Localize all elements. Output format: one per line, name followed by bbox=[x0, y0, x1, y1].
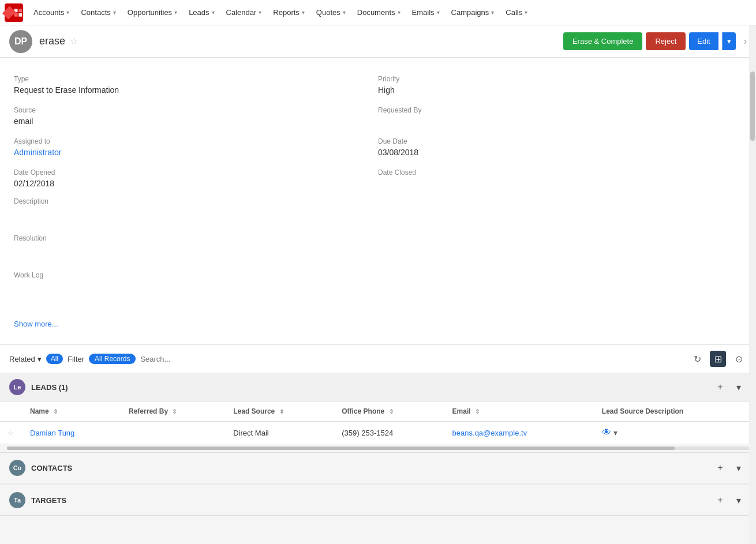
fields-grid: Type Request to Erase Information Priori… bbox=[14, 69, 742, 310]
leads-section-actions: + ▾ bbox=[712, 379, 747, 395]
sort-icon: ⇕ bbox=[53, 408, 58, 415]
nav-item-leads[interactable]: Leads ▾ bbox=[183, 0, 220, 25]
contacts-section-icon: Co bbox=[9, 460, 25, 476]
contacts-dropdown-button[interactable]: ▾ bbox=[731, 460, 747, 476]
row-actions-dropdown[interactable]: ▾ bbox=[613, 428, 617, 437]
table-col-office-phone[interactable]: Office Phone ⇕ bbox=[335, 402, 445, 422]
table-col-lead-source[interactable]: Lead Source ⇕ bbox=[226, 402, 335, 422]
chevron-down-icon: ▾ bbox=[398, 9, 401, 16]
avatar: DP bbox=[9, 30, 32, 53]
nav-item-reports[interactable]: Reports ▾ bbox=[267, 0, 310, 25]
edit-button[interactable]: Edit bbox=[689, 32, 718, 50]
leads-section-title: LEADS (1) bbox=[31, 383, 68, 392]
targets-section-actions: + ▾ bbox=[712, 492, 747, 508]
nav-item-calendar[interactable]: Calendar ▾ bbox=[220, 0, 268, 25]
chevron-down-icon: ▾ bbox=[113, 9, 116, 16]
chevron-down-icon: ▾ bbox=[38, 355, 42, 363]
vertical-scrollbar[interactable] bbox=[749, 25, 756, 516]
nav-item-documents[interactable]: Documents ▾ bbox=[351, 0, 406, 25]
nav-item-contacts[interactable]: Contacts ▾ bbox=[75, 0, 121, 25]
header-actions: Erase & Complete Reject Edit ▾ › bbox=[563, 32, 747, 50]
header-bar: DP erase ☆ Erase & Complete Reject Edit … bbox=[0, 25, 756, 58]
chevron-down-icon: ▾ bbox=[66, 9, 69, 16]
row-email-cell[interactable]: beans.qa@example.tv bbox=[446, 422, 595, 444]
grid-view-icon[interactable]: ⊞ bbox=[710, 351, 726, 367]
top-nav: Accounts ▾ Contacts ▾ Opportunities ▾ Le… bbox=[0, 0, 756, 25]
leads-section-icon: Le bbox=[9, 379, 25, 395]
table-col-email[interactable]: Email ⇕ bbox=[446, 402, 595, 422]
contacts-section: Co CONTACTS + ▾ bbox=[0, 452, 756, 483]
edit-dropdown-button[interactable]: ▾ bbox=[722, 32, 736, 50]
scrollbar-thumb-vertical bbox=[750, 72, 755, 141]
sort-icon: ⇕ bbox=[279, 408, 284, 415]
all-records-badge[interactable]: All Records bbox=[89, 354, 136, 364]
main-content: Type Request to Erase Information Priori… bbox=[0, 58, 756, 344]
related-bar: Related ▾ All Filter All Records ↻ ⊞ ⊙ bbox=[0, 344, 756, 373]
contacts-section-actions: + ▾ bbox=[712, 460, 747, 476]
related-icons: ↻ ⊞ ⊙ bbox=[689, 351, 747, 367]
svg-rect-1 bbox=[18, 9, 22, 12]
nav-item-opportunities[interactable]: Opportunities ▾ bbox=[122, 0, 183, 25]
sort-icon: ⇕ bbox=[172, 408, 177, 415]
chevron-down-icon: ▾ bbox=[259, 9, 261, 16]
table-col-lead-source-desc: Lead Source Description bbox=[595, 402, 756, 422]
chevron-down-icon: ▾ bbox=[343, 9, 346, 16]
nav-item-campaigns[interactable]: Campaigns ▾ bbox=[446, 0, 500, 25]
chevron-down-icon: ▾ bbox=[302, 9, 305, 16]
chevron-down-icon: ▾ bbox=[437, 9, 440, 16]
nav-item-emails[interactable]: Emails ▾ bbox=[406, 0, 446, 25]
nav-item-quotes[interactable]: Quotes ▾ bbox=[310, 0, 351, 25]
contacts-add-button[interactable]: + bbox=[712, 460, 728, 476]
field-date-closed: Date Closed bbox=[378, 163, 742, 194]
show-more-link[interactable]: Show more... bbox=[14, 310, 742, 333]
chevron-down-icon: ▾ bbox=[491, 9, 494, 16]
row-name-cell[interactable]: Damian Tung bbox=[23, 422, 122, 444]
row-lead-source-cell: Direct Mail bbox=[226, 422, 335, 444]
field-resolution: Resolution bbox=[14, 231, 742, 268]
leads-section: Le LEADS (1) + ▾ Name ⇕ Referred By ⇕ Le… bbox=[0, 373, 756, 450]
reject-button[interactable]: Reject bbox=[646, 32, 686, 50]
erase-complete-button[interactable]: Erase & Complete bbox=[563, 32, 643, 50]
chevron-down-icon: ▾ bbox=[174, 9, 177, 16]
sidebar-toggle-icon[interactable]: › bbox=[744, 36, 747, 47]
field-assigned-to: Assigned to Administrator bbox=[14, 132, 378, 163]
nav-item-accounts[interactable]: Accounts ▾ bbox=[28, 0, 75, 25]
leads-table: Name ⇕ Referred By ⇕ Lead Source ⇕ Offic… bbox=[0, 402, 756, 444]
targets-section-icon: Ta bbox=[9, 492, 25, 508]
related-search-input[interactable] bbox=[140, 355, 684, 363]
scrollbar-thumb bbox=[7, 447, 675, 450]
refresh-icon[interactable]: ↻ bbox=[689, 351, 705, 367]
nav-item-calls[interactable]: Calls ▾ bbox=[500, 0, 533, 25]
horizontal-scrollbar[interactable] bbox=[7, 447, 749, 450]
field-type: Type Request to Erase Information bbox=[14, 69, 378, 100]
leads-add-button[interactable]: + bbox=[712, 379, 728, 395]
field-date-opened: Date Opened 02/12/2018 bbox=[14, 163, 378, 194]
all-badge[interactable]: All bbox=[46, 354, 63, 364]
record-title: erase bbox=[39, 35, 65, 47]
leads-section-header: Le LEADS (1) + ▾ bbox=[0, 373, 756, 402]
svg-rect-3 bbox=[18, 13, 22, 16]
svg-rect-0 bbox=[14, 9, 18, 12]
chevron-down-icon: ▾ bbox=[525, 9, 527, 16]
row-view-icon[interactable]: 👁 bbox=[602, 427, 611, 438]
svg-rect-2 bbox=[14, 13, 18, 16]
table-col-name[interactable]: Name ⇕ bbox=[23, 402, 122, 422]
settings-icon[interactable]: ⊙ bbox=[731, 351, 747, 367]
table-col-star bbox=[0, 402, 23, 422]
row-star-cell: ☆ bbox=[0, 422, 23, 444]
field-due-date: Due Date 03/08/2018 bbox=[378, 132, 742, 163]
chevron-down-icon: ▾ bbox=[212, 9, 215, 16]
filter-label: Filter bbox=[68, 355, 84, 363]
targets-add-button[interactable]: + bbox=[712, 492, 728, 508]
field-work-log: Work Log bbox=[14, 268, 742, 310]
related-dropdown[interactable]: Related ▾ bbox=[9, 355, 42, 363]
app-logo[interactable] bbox=[5, 3, 23, 22]
table-col-referred-by[interactable]: Referred By ⇕ bbox=[122, 402, 226, 422]
targets-dropdown-button[interactable]: ▾ bbox=[731, 492, 747, 508]
leads-dropdown-button[interactable]: ▾ bbox=[731, 379, 747, 395]
sort-icon: ⇕ bbox=[389, 408, 394, 415]
row-star-icon[interactable]: ☆ bbox=[7, 429, 14, 437]
field-priority: Priority High bbox=[378, 69, 742, 100]
favorite-star-icon[interactable]: ☆ bbox=[70, 36, 78, 47]
row-office-phone-cell: (359) 253-1524 bbox=[335, 422, 445, 444]
